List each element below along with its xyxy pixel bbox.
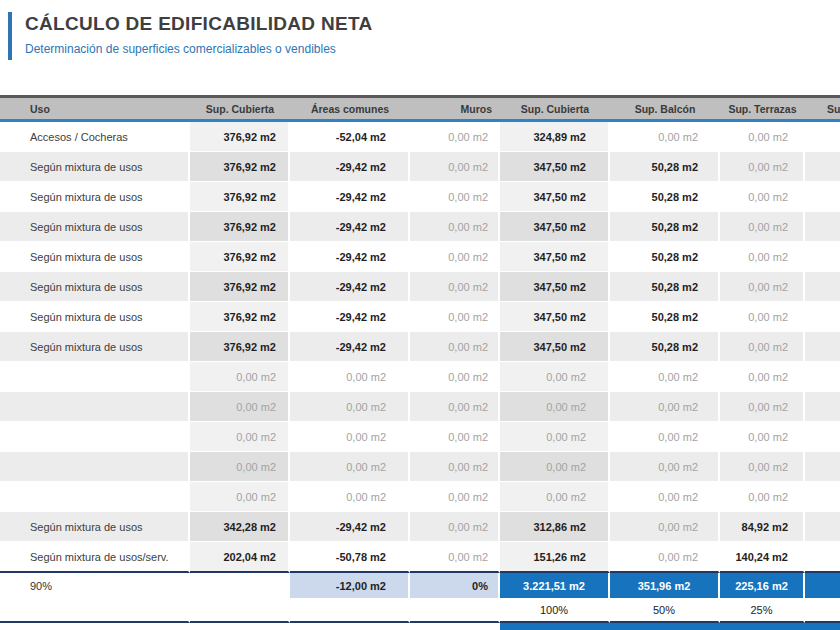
cell-value: 0,00 m2	[410, 542, 500, 573]
page-title: CÁLCULO DE EDIFICABILIDAD NETA	[25, 14, 372, 35]
cell-value: 347,50 m2	[500, 272, 610, 302]
table-row: 0,00 m20,00 m20,00 m20,00 m20,00 m20,00 …	[0, 452, 840, 482]
cell-uso	[0, 482, 190, 512]
cell-value: 0,00 m2	[410, 122, 500, 152]
pct-sup-balcon: 50%	[610, 599, 720, 623]
cell-value: 0,00 m2	[410, 512, 500, 542]
cell-value: 347,50 m2	[500, 212, 610, 242]
cell-value: 0,00 m2	[720, 152, 805, 182]
cell-value: 0,00 m2	[410, 242, 500, 272]
cell-value: 0,00 m2	[720, 362, 805, 392]
cell-value: 0,00 m2	[720, 332, 805, 362]
cell-uso: Según mixtura de usos	[0, 212, 190, 242]
cell-value: 312,86 m2	[500, 512, 610, 542]
column-header-sup-cubierta: Sup. Cubierta	[190, 95, 290, 122]
cell-uso: Según mixtura de usos	[0, 242, 190, 272]
cell-value: 376,92 m2	[190, 272, 290, 302]
cell-value: -29,42 m2	[290, 242, 410, 272]
cell-value: 0,00 m2	[410, 152, 500, 182]
cell-cut	[805, 272, 840, 302]
cell-cut	[805, 452, 840, 482]
cell-cut	[805, 302, 840, 332]
cell-value: 0,00 m2	[410, 302, 500, 332]
cell-value: 0,00 m2	[610, 512, 720, 542]
cell-value: 0,00 m2	[610, 482, 720, 512]
cell-cut	[805, 542, 840, 573]
cell-value: 0,00 m2	[500, 422, 610, 452]
pct-sup-cubierta: 100%	[500, 599, 610, 623]
cell-cut	[805, 362, 840, 392]
summary-total-sup-cubierta: 3.221,51 m2	[500, 573, 610, 599]
cell-value: 0,00 m2	[410, 272, 500, 302]
cell-value: 376,92 m2	[190, 302, 290, 332]
cell-value: -29,42 m2	[290, 212, 410, 242]
cell-value: 0,00 m2	[720, 482, 805, 512]
cell-uso	[0, 392, 190, 422]
cell-value: 0,00 m2	[190, 422, 290, 452]
column-header-sup-terrazas: Sup. Terrazas	[720, 95, 805, 122]
edificabilidad-sheet: Uso Sup. Cubierta Áreas comunes Muros Su…	[0, 95, 840, 630]
cell-uso	[0, 362, 190, 392]
cell-value: 342,28 m2	[190, 512, 290, 542]
cell-value: -29,42 m2	[290, 182, 410, 212]
homogenized-surface-value: 3.	[827, 623, 837, 630]
cell-value: -50,78 m2	[290, 542, 410, 573]
summary-coefficient: 90%	[0, 573, 190, 599]
cell-uso: Según mixtura de usos	[0, 272, 190, 302]
cell-cut	[805, 482, 840, 512]
table-row: 0,00 m20,00 m20,00 m20,00 m20,00 m20,00 …	[0, 482, 840, 512]
cell-value: 376,92 m2	[190, 152, 290, 182]
cell-uso: Según mixtura de usos	[0, 512, 190, 542]
cell-value: 347,50 m2	[500, 302, 610, 332]
table-row: 0,00 m20,00 m20,00 m20,00 m20,00 m20,00 …	[0, 392, 840, 422]
cell-value: 0,00 m2	[610, 542, 720, 573]
summary-muros-adjust: 0%	[410, 573, 500, 599]
cell-uso: Según mixtura de usos	[0, 302, 190, 332]
summary-empty-cell	[190, 573, 290, 599]
cell-value: 0,00 m2	[610, 122, 720, 152]
column-header-sup-balcon: Sup. Balcón	[610, 95, 720, 122]
cell-value: -29,42 m2	[290, 512, 410, 542]
cell-value: 0,00 m2	[720, 272, 805, 302]
cell-cut	[805, 182, 840, 212]
column-header-muros: Muros	[410, 95, 500, 122]
cell-value: 50,28 m2	[610, 182, 720, 212]
cell-value: 347,50 m2	[500, 332, 610, 362]
cell-value: 376,92 m2	[190, 122, 290, 152]
cell-cut	[805, 392, 840, 422]
cell-value: 376,92 m2	[190, 242, 290, 272]
cell-uso: Según mixtura de usos	[0, 332, 190, 362]
cell-value: 0,00 m2	[290, 452, 410, 482]
table-row: Según mixtura de usos376,92 m2-29,42 m20…	[0, 212, 840, 242]
cell-value: 347,50 m2	[500, 182, 610, 212]
cell-value: 50,28 m2	[610, 152, 720, 182]
cell-value: 50,28 m2	[610, 242, 720, 272]
column-header-sup-cut: Sup.	[805, 95, 840, 122]
summary-table: 90% -12,00 m2 0% 3.221,51 m2 351,96 m2 2…	[0, 573, 840, 623]
cell-cut	[805, 212, 840, 242]
cell-value: 140,24 m2	[720, 542, 805, 573]
cell-uso: Según mixtura de usos	[0, 152, 190, 182]
column-header-uso: Uso	[0, 95, 190, 122]
cell-cut	[805, 332, 840, 362]
header-row: Uso Sup. Cubierta Áreas comunes Muros Su…	[0, 95, 840, 122]
pct-empty	[190, 599, 290, 623]
cell-value: -52,04 m2	[290, 122, 410, 152]
edificabilidad-table: Uso Sup. Cubierta Áreas comunes Muros Su…	[0, 95, 840, 573]
table-row: Según mixtura de usos342,28 m2-29,42 m20…	[0, 512, 840, 542]
pct-empty	[805, 599, 840, 623]
cell-uso: Según mixtura de usos/serv.	[0, 542, 190, 573]
cell-value: 50,28 m2	[610, 272, 720, 302]
cell-value: 0,00 m2	[410, 452, 500, 482]
page-subtitle: Determinación de superficies comercializ…	[25, 42, 372, 56]
summary-row: 90% -12,00 m2 0% 3.221,51 m2 351,96 m2 2…	[0, 573, 840, 599]
cell-cut	[805, 152, 840, 182]
summary-areas-comunes-adjust: -12,00 m2	[290, 573, 410, 599]
cell-value: 0,00 m2	[500, 362, 610, 392]
title-block: CÁLCULO DE EDIFICABILIDAD NETA Determina…	[8, 12, 372, 60]
cell-value: 0,00 m2	[410, 182, 500, 212]
cell-value: 0,00 m2	[190, 452, 290, 482]
cell-value: 0,00 m2	[610, 452, 720, 482]
table-row: Según mixtura de usos376,92 m2-29,42 m20…	[0, 302, 840, 332]
homogenized-surface-bar: Superficie Homogeneizada Neta 3.	[500, 623, 840, 630]
